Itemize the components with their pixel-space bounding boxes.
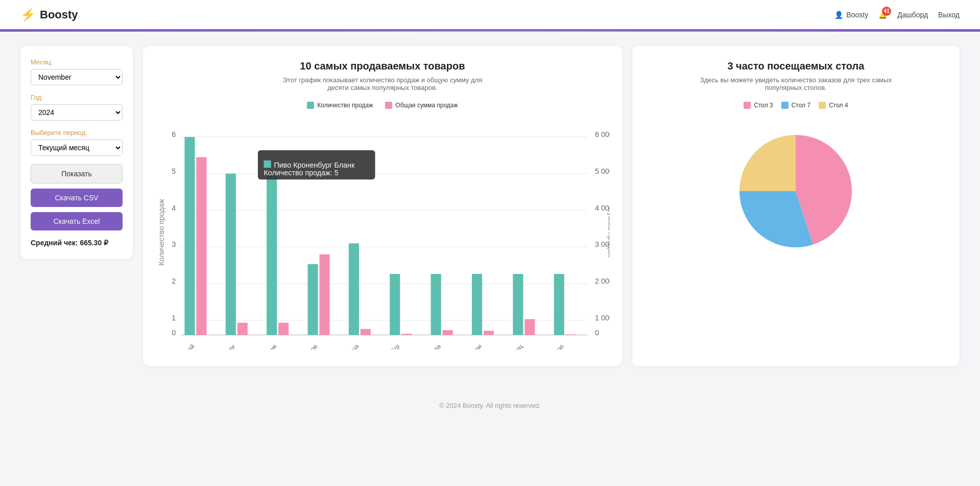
logout-link[interactable]: Выход <box>938 11 960 19</box>
bar <box>472 274 482 335</box>
top-nav: 👤 Boosty 🔔 41 Дашборд Выход <box>834 11 960 19</box>
legend-sum-label: Общая сумма продаж <box>395 102 458 109</box>
bar <box>361 329 371 335</box>
bar-chart-panel: 10 самых продаваемых товаров Этот график… <box>143 46 622 366</box>
legend-qty: Количество продаж <box>307 102 373 109</box>
pie-legend-stol7-label: Стол 7 <box>792 102 810 109</box>
bar-highlighted <box>267 174 277 335</box>
svg-text:5 000: 5 000 <box>595 167 610 175</box>
bar <box>484 331 494 335</box>
bar <box>401 334 412 335</box>
tooltip-dot <box>264 160 271 168</box>
svg-text:Вода 6гр: Вода 6гр <box>378 343 401 350</box>
chart-panels: 10 самых продаваемых товаров Этот график… <box>143 46 960 366</box>
bar <box>237 323 248 335</box>
svg-text:3: 3 <box>172 240 176 248</box>
avg-check-value: 665.30 ₽ <box>80 239 108 247</box>
legend-sum-color <box>385 102 392 109</box>
svg-text:6 000: 6 000 <box>595 130 610 138</box>
header: ⚡ Boosty 👤 Boosty 🔔 41 Дашборд Выход <box>0 0 980 31</box>
logo-icon: ⚡ <box>20 8 36 22</box>
user-label: Boosty <box>846 11 868 19</box>
bar <box>184 137 195 335</box>
legend-qty-color <box>307 102 314 109</box>
bar <box>226 174 236 335</box>
pie-chart-title: 3 часто посещаемых стола <box>644 60 947 72</box>
svg-text:4: 4 <box>172 204 176 212</box>
pie-legend-stol7-color <box>781 102 788 109</box>
logo: ⚡ Boosty <box>20 8 78 22</box>
bar <box>319 254 329 335</box>
logout-label: Выход <box>938 11 960 19</box>
user-icon: 👤 <box>834 11 843 19</box>
legend-qty-label: Количество продаж <box>317 102 373 109</box>
user-profile[interactable]: 👤 Boosty <box>834 11 868 19</box>
legend-sum: Общая сумма продаж <box>385 102 458 109</box>
bar <box>566 334 576 335</box>
period-select[interactable]: Текущий месяц Прошлый месяц Квартал Год <box>31 140 123 156</box>
svg-text:5: 5 <box>172 167 176 175</box>
bar <box>390 274 400 335</box>
month-select[interactable]: November JanuaryFebruaryMarch AprilMayJu… <box>31 69 123 85</box>
bar <box>554 274 564 335</box>
svg-text:Сумма продаж: Сумма продаж <box>607 207 610 258</box>
avg-check: Средний чек: 665.30 ₽ <box>31 239 123 247</box>
bar <box>308 264 318 335</box>
bar-chart-title: 10 самых продаваемых товаров <box>155 60 610 72</box>
bar <box>349 243 359 335</box>
pie-chart-panel: 3 часто посещаемых стола Здесь вы можете… <box>632 46 960 366</box>
svg-text:Апероль шприц: Апероль шприц <box>487 343 524 350</box>
pie-chart-svg <box>714 117 877 260</box>
avg-check-label: Средний чек: <box>31 239 78 247</box>
show-button[interactable]: Показать <box>31 164 123 183</box>
footer-text: © 2024 Boosty. All rights reserved. <box>439 402 541 409</box>
svg-text:1 000: 1 000 <box>595 314 610 322</box>
download-csv-button[interactable]: Скачать CSV <box>31 189 123 207</box>
notifications-bell[interactable]: 🔔 41 <box>878 11 887 19</box>
svg-text:Креветки в кляре: Креветки в кляре <box>279 343 319 350</box>
bar <box>196 157 206 335</box>
svg-text:Пиво Кроненбург: Пиво Кроненбург <box>197 342 237 350</box>
year-select[interactable]: 2024 2023 2022 <box>31 104 123 121</box>
sidebar: Месяц: November JanuaryFebruaryMarch Apr… <box>20 46 133 259</box>
pie-chart-subtitle: Здесь вы можете увидеть количество заказ… <box>688 76 903 91</box>
month-label: Месяц: <box>31 58 123 66</box>
dashboard-link[interactable]: Дашборд <box>897 11 928 19</box>
bar <box>524 319 535 335</box>
pie-slice-stol4 <box>739 135 796 191</box>
svg-text:Количество продаж: Количество продаж <box>157 199 165 266</box>
year-label: Год: <box>31 94 123 101</box>
svg-text:Картофель фри: Картофель фри <box>446 343 483 350</box>
pie-legend-stol7: Стол 7 <box>781 102 810 109</box>
pie-legend-stol3-color <box>744 102 751 109</box>
pie-legend-stol3-label: Стол 3 <box>754 102 773 109</box>
pie-legend-stol4-label: Стол 4 <box>829 102 848 109</box>
bar-chart-subtitle: Этот график показывает количество продаж… <box>275 76 490 91</box>
bar <box>278 323 289 335</box>
svg-text:1: 1 <box>172 314 176 322</box>
bar <box>513 274 523 335</box>
dashboard-label: Дашборд <box>897 11 928 19</box>
svg-text:0: 0 <box>172 329 176 337</box>
svg-text:Луковые кольца: Луковые кольца <box>322 343 360 350</box>
bar-chart-svg-container: 6 5 4 3 2 1 0 6 000 5 000 4 000 3 000 2 … <box>155 115 610 352</box>
pie-legend-stol4-color <box>819 102 826 109</box>
bar <box>431 274 441 335</box>
bar-chart-legend: Количество продаж Общая сумма продаж <box>155 102 610 109</box>
svg-text:2 000: 2 000 <box>595 277 610 285</box>
period-label: Выберите период: <box>31 129 123 136</box>
svg-text:6: 6 <box>172 130 176 138</box>
bar <box>443 330 453 335</box>
svg-text:Стелла: Стелла <box>422 343 442 350</box>
svg-text:2: 2 <box>172 277 176 285</box>
logo-text: Boosty <box>40 8 78 21</box>
svg-text:0: 0 <box>595 329 599 337</box>
notification-badge: 41 <box>882 7 891 16</box>
pie-legend-stol4: Стол 4 <box>819 102 848 109</box>
svg-text:Барбекю: Барбекю <box>542 343 565 350</box>
download-excel-button[interactable]: Скачать Excel <box>31 212 123 230</box>
tooltip-value-line: Количество продаж: 5 <box>264 169 338 177</box>
pie-chart-container <box>644 117 947 260</box>
footer: © 2024 Boosty. All rights reserved. <box>0 391 980 420</box>
svg-text:Кальян классический: Кальян классический <box>155 343 196 350</box>
